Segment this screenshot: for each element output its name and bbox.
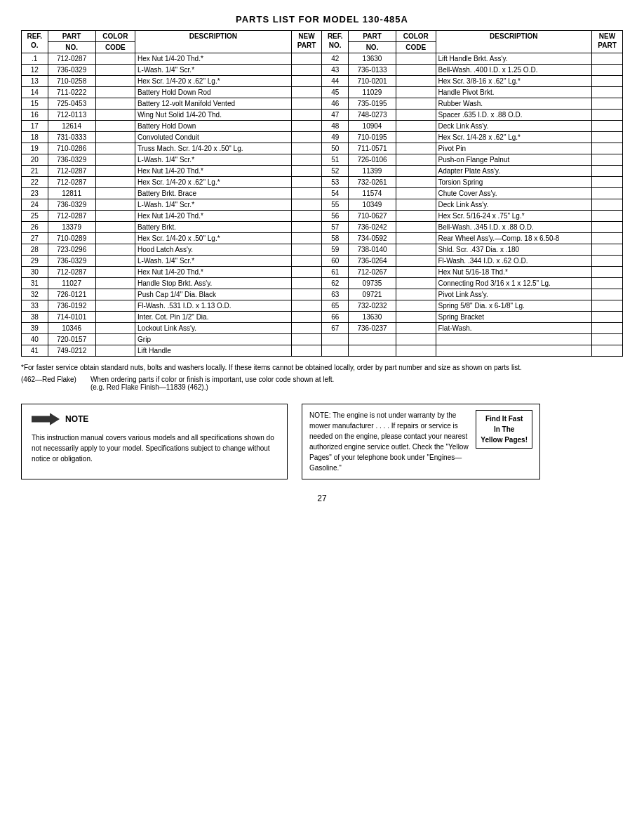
header-color-code: COLOR	[95, 31, 135, 42]
right-part	[348, 345, 396, 357]
table-row: 15 725-0453 Battery 12-volt Manifold Ven…	[22, 98, 623, 110]
note-box: NOTE This instruction manual covers vari…	[21, 404, 288, 479]
right-new	[592, 110, 623, 121]
right-ref: 53	[322, 177, 349, 188]
left-ref: 41	[22, 345, 48, 357]
left-new	[291, 312, 322, 323]
left-part: 723-0296	[48, 244, 95, 256]
left-new	[291, 98, 322, 110]
right-ref: 45	[322, 87, 349, 98]
left-desc: Hex Scr. 1/4-20 x .62" Lg.*	[135, 76, 292, 87]
right-desc: Rear Wheel Ass'y.—Comp. 18 x 6.50-8	[436, 233, 592, 244]
right-desc	[436, 345, 592, 357]
right-part: 734-0592	[348, 233, 396, 244]
right-new	[592, 143, 623, 154]
right-color	[396, 211, 436, 222]
header-ref-o: REF.O.	[22, 31, 48, 53]
left-part: 12614	[48, 121, 95, 132]
table-row: 14 711-0222 Battery Hold Down Rod 45 110…	[22, 87, 623, 98]
right-color	[396, 143, 436, 154]
right-ref	[322, 345, 349, 357]
right-part: 748-0273	[348, 110, 396, 121]
left-ref: 38	[22, 312, 48, 323]
right-color	[396, 345, 436, 357]
left-ref: 12	[22, 65, 48, 76]
right-ref: 51	[322, 154, 349, 166]
right-color	[396, 121, 436, 132]
right-new	[592, 211, 623, 222]
color-code-label: (462—Red Flake)	[21, 376, 76, 391]
right-ref: 61	[322, 267, 349, 278]
left-new	[291, 334, 322, 345]
parts-table: REF.O. PART COLOR DESCRIPTION NEWPART RE…	[21, 30, 623, 357]
right-desc: Handle Pivot Brkt.	[436, 87, 592, 98]
right-color	[396, 98, 436, 110]
left-new	[291, 244, 322, 256]
right-new	[592, 166, 623, 177]
right-new	[592, 188, 623, 199]
right-new	[592, 312, 623, 323]
left-new	[291, 87, 322, 98]
table-row: 27 710-0289 Hex Scr. 1/4-20 x .50" Lg.* …	[22, 233, 623, 244]
table-row: 22 712-0287 Hex Scr. 1/4-20 x .62" Lg.* …	[22, 177, 623, 188]
table-row: 12 736-0329 L-Wash. 1/4" Scr.* 43 736-01…	[22, 65, 623, 76]
left-new	[291, 256, 322, 267]
left-color	[95, 233, 135, 244]
right-new	[592, 244, 623, 256]
right-desc: Bell-Wash. .400 I.D. x 1.25 O.D.	[436, 65, 592, 76]
left-color	[95, 188, 135, 199]
left-desc: Battery Hold Down	[135, 121, 292, 132]
right-part: 13630	[348, 312, 396, 323]
left-color	[95, 334, 135, 345]
color-ordering-text: When ordering parts if color or finish i…	[90, 376, 334, 383]
left-new	[291, 110, 322, 121]
right-desc: Shld. Scr. .437 Dia. x .180	[436, 244, 592, 256]
left-desc: Battery Brkt. Brace	[135, 188, 292, 199]
header-color-code-sub: CODE	[95, 42, 135, 53]
left-part: 712-0287	[48, 177, 95, 188]
right-color	[396, 199, 436, 211]
table-row: 16 712-0113 Wing Nut Solid 1/4-20 Thd. 4…	[22, 110, 623, 121]
left-ref: 30	[22, 267, 48, 278]
left-desc: Inter. Cot. Pin 1/2" Dia.	[135, 312, 292, 323]
left-ref: 27	[22, 233, 48, 244]
right-ref: 46	[322, 98, 349, 110]
right-color	[396, 154, 436, 166]
right-new	[592, 177, 623, 188]
left-desc: Handle Stop Brkt. Ass'y.	[135, 278, 292, 289]
right-color	[396, 244, 436, 256]
right-new	[592, 267, 623, 278]
left-desc: Grip	[135, 334, 292, 345]
left-ref: 19	[22, 143, 48, 154]
left-part: 13379	[48, 222, 95, 233]
left-ref: 15	[22, 98, 48, 110]
left-color	[95, 143, 135, 154]
left-new	[291, 132, 322, 143]
left-color	[95, 345, 135, 357]
table-row: 38 714-0101 Inter. Cot. Pin 1/2" Dia. 66…	[22, 312, 623, 323]
table-row: 41 749-0212 Lift Handle	[22, 345, 623, 357]
left-part: 12811	[48, 188, 95, 199]
page-title: PARTS LIST FOR MODEL 130-485A	[21, 14, 623, 25]
right-ref: 63	[322, 289, 349, 300]
right-desc: Deck Link Ass'y.	[436, 199, 592, 211]
right-new	[592, 233, 623, 244]
left-desc: Hex Nut 1/4-20 Thd.*	[135, 267, 292, 278]
right-new	[592, 323, 623, 334]
right-new	[592, 76, 623, 87]
right-ref: 58	[322, 233, 349, 244]
left-part: 736-0329	[48, 65, 95, 76]
right-part: 711-0571	[348, 143, 396, 154]
right-new	[592, 199, 623, 211]
table-row: 23 12811 Battery Brkt. Brace 54 11574 Ch…	[22, 188, 623, 199]
left-ref: 14	[22, 87, 48, 98]
color-example-text: (e.g. Red Flake Finish—11839 (462).)	[90, 383, 208, 391]
left-part: 736-0329	[48, 256, 95, 267]
left-desc: Wing Nut Solid 1/4-20 Thd.	[135, 110, 292, 121]
bottom-section: NOTE This instruction manual covers vari…	[21, 404, 623, 479]
left-new	[291, 53, 322, 65]
right-part: 736-0237	[348, 323, 396, 334]
right-new	[592, 345, 623, 357]
left-ref: 33	[22, 300, 48, 312]
right-color	[396, 65, 436, 76]
